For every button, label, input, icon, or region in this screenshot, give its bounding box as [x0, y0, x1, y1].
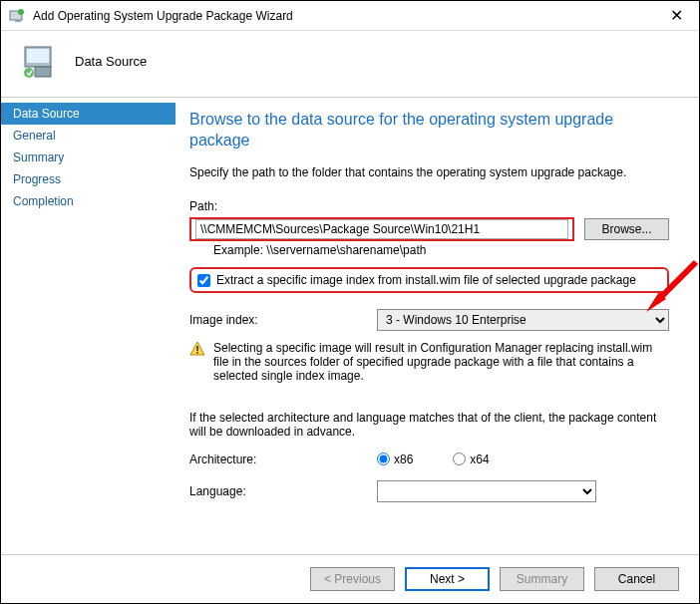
- step-summary[interactable]: Summary: [1, 147, 175, 168]
- architecture-label: Architecture:: [189, 453, 369, 466]
- arch-x64-label: x64: [470, 453, 489, 466]
- image-index-label: Image index:: [189, 313, 369, 327]
- wizard-steps: Data Source General Summary Progress Com…: [1, 98, 175, 554]
- arch-x64-radio[interactable]: [453, 453, 466, 465]
- svg-point-2: [18, 9, 24, 15]
- path-highlight: [189, 217, 574, 241]
- step-progress[interactable]: Progress: [1, 168, 175, 190]
- close-button[interactable]: ✕: [662, 4, 691, 27]
- previous-button: < Previous: [310, 567, 395, 591]
- summary-button: Summary: [500, 567, 584, 591]
- warning-text: Selecting a specific image will result i…: [213, 341, 669, 383]
- path-input[interactable]: [195, 219, 568, 239]
- extract-checkbox[interactable]: [197, 274, 210, 287]
- step-general[interactable]: General: [1, 125, 175, 147]
- extract-highlight: Extract a specific image index from inst…: [189, 267, 669, 293]
- language-select[interactable]: [377, 480, 596, 502]
- instruction-text: Specify the path to the folder that cont…: [189, 165, 669, 179]
- step-data-source[interactable]: Data Source: [1, 103, 175, 125]
- svg-rect-8: [196, 352, 198, 354]
- step-completion[interactable]: Completion: [1, 190, 175, 212]
- arch-x86-radio[interactable]: [377, 453, 390, 465]
- warning-icon: [189, 341, 205, 383]
- header-icon: [21, 41, 61, 81]
- header-title: Data Source: [75, 54, 147, 69]
- path-label: Path:: [189, 199, 669, 213]
- page-title: Browse to the data source for the operat…: [189, 110, 669, 151]
- image-index-select[interactable]: 3 - Windows 10 Enterprise: [377, 309, 669, 331]
- titlebar: Add Operating System Upgrade Package Wiz…: [1, 1, 699, 31]
- svg-rect-7: [196, 346, 198, 351]
- arch-x86-label: x86: [394, 453, 413, 466]
- wizard-footer: < Previous Next > Summary Cancel: [1, 554, 699, 603]
- svg-rect-4: [27, 49, 49, 63]
- cancel-button[interactable]: Cancel: [594, 567, 679, 591]
- language-label: Language:: [189, 484, 369, 498]
- advance-note: If the selected architecture and languag…: [189, 411, 669, 439]
- path-example: Example: \\servername\sharename\path: [213, 243, 669, 257]
- extract-label: Extract a specific image index from inst…: [216, 273, 636, 287]
- main-panel: Browse to the data source for the operat…: [175, 98, 699, 554]
- svg-rect-1: [15, 20, 21, 22]
- wizard-header: Data Source: [1, 31, 699, 97]
- svg-rect-5: [35, 67, 51, 77]
- next-button[interactable]: Next >: [405, 567, 490, 591]
- svg-point-6: [24, 68, 34, 78]
- app-icon: [9, 8, 25, 24]
- browse-button[interactable]: Browse...: [584, 218, 669, 240]
- window-title: Add Operating System Upgrade Package Wiz…: [33, 9, 662, 23]
